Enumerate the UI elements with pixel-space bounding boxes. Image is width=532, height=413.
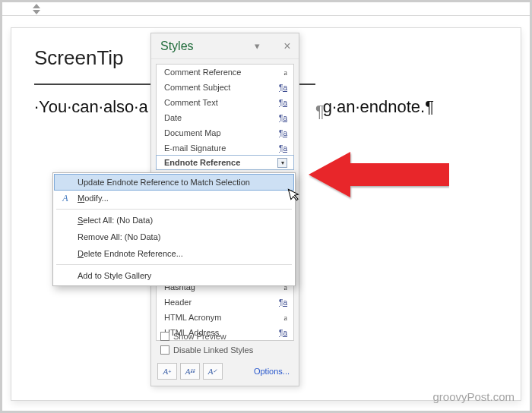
style-type-linked-icon: ¶a: [279, 144, 287, 153]
style-item-endnote-reference[interactable]: Endnote Reference ▾: [156, 155, 294, 170]
styles-pane-header: Styles ▾ ×: [151, 33, 299, 59]
menu-select-all[interactable]: Select All: (No Data): [55, 212, 293, 229]
style-inspector-button[interactable]: A𝌮: [180, 363, 200, 380]
ruler: [2, 2, 530, 16]
style-item-comment-text[interactable]: Comment Text ¶a: [157, 95, 293, 110]
menu-modify[interactable]: A Modify...: [55, 190, 293, 206]
style-item-document-map[interactable]: Document Map ¶a: [157, 125, 293, 140]
style-type-linked-icon: ¶a: [279, 298, 287, 307]
paragraph-mark-icon: ¶: [315, 102, 325, 121]
style-item-date[interactable]: Date ¶a: [157, 110, 293, 125]
menu-delete-style[interactable]: Delete Endnote Reference...: [55, 245, 293, 262]
styles-pane-dropdown-icon[interactable]: ▾: [250, 40, 264, 52]
style-item-comment-reference[interactable]: Comment Reference a: [157, 65, 293, 80]
style-type-linked-icon: ¶a: [279, 99, 287, 107]
style-item-email-signature[interactable]: E-mail Signature ¶a: [157, 140, 293, 156]
style-item-header[interactable]: Header ¶a: [157, 295, 293, 310]
disable-linked-styles-checkbox[interactable]: Disable Linked Styles: [157, 343, 293, 357]
style-type-char-icon: a: [284, 314, 287, 322]
callout-arrow-icon: [305, 148, 449, 201]
style-type-char-icon: a: [284, 68, 287, 77]
styles-pane-buttons: A+ A𝌮 A✓ Options...: [157, 363, 293, 380]
app-frame: ScreenTip ¶ ·You·can·also·ag·an·endnote.…: [0, 0, 532, 413]
style-item-dropdown-icon[interactable]: ▾: [277, 158, 287, 168]
modify-icon: A: [59, 192, 71, 204]
style-item-html-acronym[interactable]: HTML Acronym a: [157, 310, 293, 325]
menu-remove-all[interactable]: Remove All: (No Data): [55, 229, 293, 245]
show-preview-checkbox[interactable]: Show Preview: [157, 329, 293, 343]
new-style-button[interactable]: A+: [157, 363, 177, 380]
menu-update-to-match[interactable]: Update Endnote Reference to Match Select…: [54, 174, 294, 191]
style-item-comment-subject[interactable]: Comment Subject ¶a: [157, 80, 293, 95]
style-context-menu: Update Endnote Reference to Match Select…: [52, 172, 296, 286]
style-type-linked-icon: ¶a: [279, 129, 287, 137]
styles-pane-footer: Show Preview Disable Linked Styles A+ A𝌮…: [151, 325, 299, 386]
manage-styles-button[interactable]: A✓: [203, 363, 223, 380]
menu-add-to-gallery[interactable]: Add to Style Gallery: [55, 267, 293, 284]
style-type-linked-icon: ¶a: [279, 84, 287, 92]
menu-divider: [56, 264, 292, 265]
checkbox-icon: [160, 345, 169, 355]
options-link[interactable]: Options...: [254, 367, 293, 376]
style-type-linked-icon: ¶a: [279, 114, 287, 122]
close-icon[interactable]: ×: [280, 39, 294, 53]
menu-divider: [56, 209, 292, 210]
styles-pane-title: Styles: [160, 39, 250, 53]
checkbox-icon: [160, 332, 169, 341]
watermark-text: groovyPost.com: [432, 390, 515, 403]
styles-list-top: Comment Reference a Comment Subject ¶a C…: [156, 64, 294, 170]
